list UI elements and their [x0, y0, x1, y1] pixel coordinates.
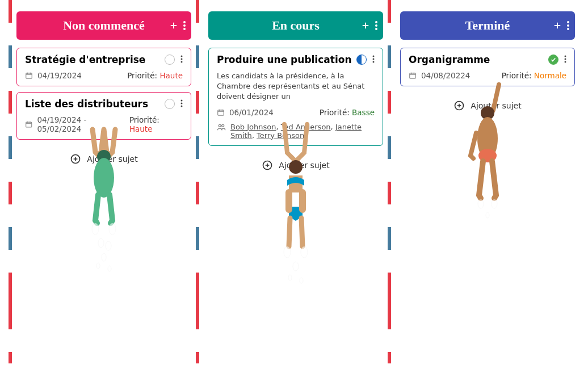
svg-point-33 — [375, 21, 377, 23]
svg-point-2 — [183, 21, 186, 23]
card-date-text: 04/08/20224 — [421, 71, 470, 80]
card-menu-button[interactable] — [180, 99, 183, 110]
column-header-todo: Non commencé — [16, 11, 191, 40]
svg-rect-39 — [218, 110, 224, 115]
status-not-started-icon[interactable] — [165, 55, 175, 65]
svg-point-6 — [181, 58, 183, 60]
svg-point-26 — [98, 238, 104, 248]
priority-value: Haute — [159, 71, 183, 80]
svg-point-27 — [106, 241, 111, 250]
svg-point-29 — [96, 263, 100, 269]
svg-point-23 — [94, 158, 114, 198]
card-date-text: 04/19/2024 — [37, 71, 82, 80]
svg-point-50 — [301, 246, 308, 258]
add-card-button[interactable] — [169, 20, 179, 31]
card-date: 04/08/20224 — [409, 71, 470, 80]
svg-point-28 — [102, 253, 106, 261]
column-done: Terminé Organigramme — [396, 11, 579, 229]
kebab-icon — [375, 21, 377, 30]
card-menu-button[interactable] — [180, 55, 183, 65]
svg-point-24 — [92, 223, 99, 235]
svg-point-51 — [293, 262, 299, 271]
priority-label: Priorité: — [127, 71, 159, 80]
svg-point-7 — [181, 61, 183, 62]
column-menu-button[interactable] — [375, 21, 377, 30]
calendar-icon — [25, 72, 33, 79]
card[interactable]: Stratégie d'entreprise 04/19/2024 Priori… — [16, 48, 191, 86]
calendar-icon — [217, 108, 225, 116]
column-title: En cours — [272, 18, 320, 33]
add-card-button[interactable] — [360, 20, 371, 31]
svg-rect-62 — [410, 73, 416, 78]
plus-icon — [552, 20, 562, 31]
svg-point-38 — [373, 61, 375, 62]
svg-point-52 — [288, 275, 292, 280]
card-description: Les candidats à la présidence, à la Cham… — [217, 71, 375, 102]
calendar-icon — [25, 120, 32, 128]
column-doing: En cours Produire une publication — [204, 11, 388, 289]
svg-point-35 — [375, 28, 377, 30]
svg-point-53 — [300, 278, 303, 283]
svg-point-74 — [486, 212, 489, 218]
svg-point-13 — [181, 102, 183, 104]
kebab-icon — [180, 55, 183, 63]
svg-point-12 — [181, 99, 183, 101]
people-icon — [217, 123, 226, 132]
kebab-icon — [372, 55, 375, 63]
svg-point-57 — [567, 24, 569, 27]
swimmer-illustration — [64, 124, 144, 283]
kebab-icon — [567, 21, 569, 30]
priority-label: Priorité: — [502, 71, 534, 80]
status-done-icon[interactable] — [548, 55, 558, 65]
lane-marker — [388, 0, 391, 363]
column-header-actions — [169, 20, 186, 31]
lane-marker — [196, 0, 199, 363]
card[interactable]: Organigramme 04/08/20224 Priorité: Norma… — [400, 48, 575, 86]
status-in-progress-icon[interactable] — [356, 55, 367, 65]
svg-point-5 — [181, 55, 183, 57]
svg-point-56 — [567, 21, 569, 23]
svg-point-30 — [108, 266, 111, 271]
status-not-started-icon[interactable] — [165, 99, 175, 109]
priority-value: Basse — [352, 108, 375, 117]
svg-point-37 — [373, 58, 375, 60]
column-header-doing: En cours — [208, 11, 383, 40]
priority-label: Priorité: — [129, 115, 159, 124]
column-header-done: Terminé — [400, 11, 575, 40]
svg-point-14 — [181, 105, 183, 107]
svg-point-4 — [183, 28, 186, 30]
kebab-icon — [183, 21, 186, 30]
card-date: 06/01/2024 — [217, 108, 274, 117]
plus-icon — [169, 20, 179, 31]
card-date: 04/19/2024 — [25, 71, 82, 80]
column-menu-button[interactable] — [567, 21, 569, 30]
column-title: Non commencé — [63, 18, 145, 33]
priority-value: Normale — [534, 71, 566, 80]
kebab-icon — [180, 99, 183, 107]
card-menu-button[interactable] — [372, 55, 375, 65]
column-todo: Non commencé Stratégie d'entreprise — [12, 11, 196, 283]
add-card-button[interactable] — [552, 20, 562, 31]
svg-point-25 — [109, 223, 116, 235]
svg-point-58 — [567, 28, 569, 30]
swimmer-illustration — [448, 82, 527, 229]
card-title: Stratégie d'entreprise — [25, 54, 145, 65]
svg-point-49 — [284, 246, 291, 258]
column-menu-button[interactable] — [183, 21, 186, 30]
svg-point-44 — [222, 124, 224, 127]
svg-point-72 — [478, 199, 484, 208]
card-menu-button[interactable] — [564, 55, 566, 65]
svg-point-3 — [183, 24, 186, 27]
card-title: Produire une publication — [217, 54, 352, 65]
svg-point-60 — [565, 58, 566, 60]
priority-label: Priorité: — [320, 108, 352, 117]
card-title: Organigramme — [409, 54, 490, 65]
column-title: Terminé — [465, 18, 510, 33]
kebab-icon — [564, 55, 566, 63]
svg-point-48 — [289, 160, 303, 174]
svg-point-61 — [565, 61, 566, 62]
card-date-text: 06/01/2024 — [229, 108, 274, 117]
plus-icon — [360, 20, 371, 31]
svg-point-43 — [219, 124, 221, 127]
column-header-actions — [552, 20, 569, 31]
